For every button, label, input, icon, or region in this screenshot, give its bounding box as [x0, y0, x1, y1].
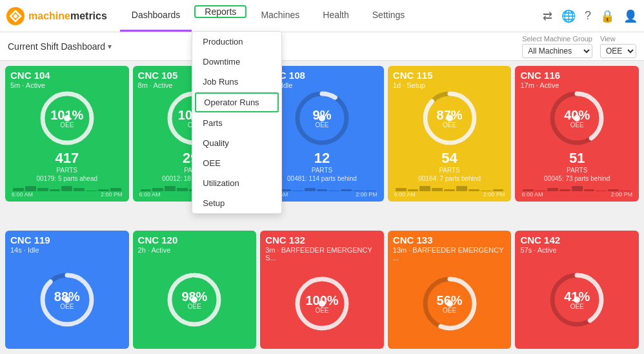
machine-group-select[interactable]: All Machines: [522, 44, 592, 58]
card-time-cnc132: 3m · BARFEEDER EMERGENCY S...: [265, 246, 379, 262]
machine-card-cnc142[interactable]: CNC 142 57s · Active 41% OEE: [515, 231, 639, 349]
dropdown-setup[interactable]: Setup: [192, 193, 281, 213]
machine-card-cnc120[interactable]: CNC 120 2h · Active 98% OEE: [133, 231, 257, 349]
card-time-labels-cnc115: 6:00 AM 2:00 PM: [393, 191, 507, 198]
parts-block-cnc104: 417 PARTS: [55, 150, 79, 174]
card-time-cnc116: 17m · Active: [520, 81, 560, 89]
card-header-cnc116: CNC 116 17m · Active: [520, 70, 634, 89]
view-label: View: [600, 35, 636, 43]
globe-icon[interactable]: 🌐: [561, 9, 576, 23]
dropdown-parts[interactable]: Parts: [192, 113, 281, 133]
card-title-cnc115: CNC 115: [393, 70, 433, 81]
card-header-cnc142: CNC 142 57s · Active: [520, 234, 634, 254]
top-nav: machinemetrics Dashboards Reports Produc…: [0, 0, 644, 32]
dropdown-quality[interactable]: Quality: [192, 133, 281, 153]
gauge-cnc104: 101% OEE: [38, 89, 96, 147]
dropdown-operator-runs[interactable]: Operator Runs: [195, 92, 279, 112]
gauge-cnc116: 40% OEE: [548, 89, 606, 147]
tab-reports[interactable]: Reports: [194, 5, 247, 18]
card-body-cnc119: 88% OEE: [10, 254, 124, 345]
gauge-cnc108: 9% OEE: [293, 89, 351, 147]
dropdown-production[interactable]: Production: [192, 32, 281, 52]
card-time-cnc119: 14s · Idle: [10, 246, 50, 254]
card-time-cnc142: 57s · Active: [520, 246, 560, 254]
logo: machinemetrics: [6, 7, 107, 25]
sub-header: Current Shift Dashboard Select Machine G…: [0, 32, 644, 61]
sub-right-controls: Select Machine Group All Machines View O…: [522, 35, 636, 58]
card-time-labels-cnc108: 6:00 AM 2:00 PM: [265, 191, 379, 198]
gauge-cnc120: 98% OEE: [165, 271, 223, 329]
card-footer-cnc116: 00045: 73 parts behind: [520, 174, 634, 183]
card-time-cnc105: 8m · Active: [138, 81, 178, 89]
gauge-center-cnc119: 88% OEE: [54, 289, 80, 309]
card-header-cnc108: CNC 108 5m · Idle: [265, 70, 379, 89]
card-chart-cnc115: [393, 185, 507, 191]
oee-label-cnc119: OEE: [54, 302, 80, 309]
card-title-cnc104: CNC 104: [10, 70, 50, 81]
tab-health[interactable]: Health: [311, 0, 360, 32]
card-time-labels-cnc104: 6:00 AM 2:00 PM: [10, 191, 124, 198]
oee-label-cnc104: OEE: [50, 121, 83, 129]
reports-dropdown: Production Downtime Job Runs Operator Ru…: [192, 31, 282, 214]
shuffle-icon[interactable]: ⇄: [543, 9, 552, 23]
gauge-center-cnc120: 98% OEE: [181, 289, 207, 309]
machine-group-select-group: Select Machine Group All Machines: [522, 35, 592, 58]
card-body-cnc104: 101% OEE 417 PARTS: [10, 89, 124, 174]
machine-card-cnc119[interactable]: CNC 119 14s · Idle 88% OEE: [5, 231, 129, 349]
oee-pct-cnc142: 41%: [564, 289, 590, 302]
card-header-cnc119: CNC 119 14s · Idle: [10, 234, 124, 254]
gauge-center-cnc104: 101% OEE: [50, 109, 83, 129]
view-select-group: View OEE: [600, 35, 636, 58]
dropdown-downtime[interactable]: Downtime: [192, 52, 281, 72]
card-time-cnc133: 13m · BARFEEDER EMERGENCY ...: [393, 246, 507, 262]
machine-card-cnc115[interactable]: CNC 115 1d · Setup 87% OEE 54: [388, 66, 512, 202]
card-body-cnc116: 40% OEE 51 PARTS: [520, 89, 634, 174]
oee-label-cnc142: OEE: [564, 302, 590, 309]
parts-label-cnc104: PARTS: [55, 167, 79, 174]
help-icon[interactable]: ?: [585, 9, 591, 23]
oee-pct-cnc108: 9%: [313, 109, 332, 121]
parts-label-cnc116: PARTS: [567, 167, 587, 174]
svg-point-1: [14, 14, 17, 18]
machine-card-cnc132[interactable]: CNC 132 3m · BARFEEDER EMERGENCY S... 10…: [260, 231, 384, 349]
card-body-cnc120: 98% OEE: [138, 254, 252, 345]
card-chart-cnc116: [520, 185, 634, 191]
user-icon[interactable]: 👤: [623, 9, 638, 23]
card-body-cnc142: 41% OEE: [520, 254, 634, 345]
tab-machines[interactable]: Machines: [249, 0, 311, 32]
machine-card-cnc133[interactable]: CNC 133 13m · BARFEEDER EMERGENCY ... 56…: [388, 231, 512, 349]
card-time-cnc120: 2h · Active: [138, 246, 178, 254]
dropdown-job-runs[interactable]: Job Runs: [192, 72, 281, 92]
tab-dashboards[interactable]: Dashboards: [120, 0, 192, 32]
card-time-labels-cnc116: 6:00 AM 2:00 PM: [520, 191, 634, 198]
card-body-cnc115: 87% OEE 54 PARTS: [393, 89, 507, 174]
card-body-cnc108: 9% OEE 12 PARTS: [265, 89, 379, 174]
dropdown-oee[interactable]: OEE: [192, 153, 281, 173]
machine-card-cnc116[interactable]: CNC 116 17m · Active 40% OEE 51: [515, 66, 639, 202]
card-chart-cnc104: [10, 185, 124, 191]
dropdown-utilization[interactable]: Utilization: [192, 173, 281, 193]
oee-label-cnc132: OEE: [305, 306, 338, 313]
tab-settings[interactable]: Settings: [361, 0, 417, 32]
card-header-cnc115: CNC 115 1d · Setup: [393, 70, 507, 89]
card-title-cnc105: CNC 105: [138, 70, 178, 81]
parts-num-cnc116: 51: [567, 150, 587, 167]
parts-label-cnc108: PARTS: [312, 167, 332, 174]
gauge-center-cnc108: 9% OEE: [313, 109, 332, 129]
view-select[interactable]: OEE: [600, 44, 636, 58]
oee-pct-cnc120: 98%: [181, 289, 207, 302]
oee-label-cnc115: OEE: [437, 121, 463, 129]
dashboard-title[interactable]: Current Shift Dashboard: [8, 41, 112, 52]
gauge-cnc132: 100% OEE: [293, 275, 351, 333]
card-chart-cnc108: [265, 185, 379, 191]
card-header-cnc104: CNC 104 5m · Active: [10, 70, 124, 89]
oee-label-cnc120: OEE: [181, 302, 207, 309]
gauge-center-cnc142: 41% OEE: [564, 289, 590, 309]
gauge-cnc142: 41% OEE: [548, 271, 606, 329]
gauge-center-cnc133: 56% OEE: [437, 293, 463, 313]
oee-pct-cnc116: 40%: [564, 109, 590, 121]
lock-icon[interactable]: 🔒: [600, 9, 614, 23]
machine-card-cnc104[interactable]: CNC 104 5m · Active 101% OEE 417: [5, 66, 129, 202]
card-title-cnc120: CNC 120: [138, 234, 178, 245]
oee-label-cnc108: OEE: [313, 121, 332, 129]
